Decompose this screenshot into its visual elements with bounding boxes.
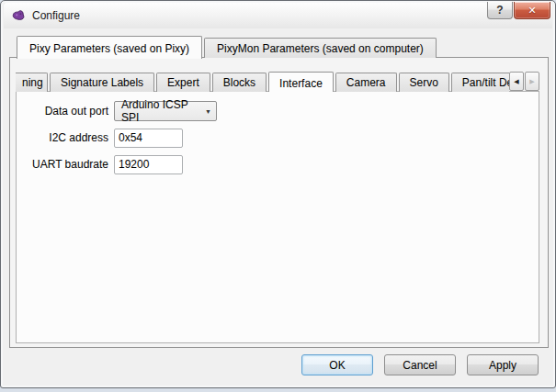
configure-dialog-window: Configure ? ✕ Pixy Parameters (saved on … bbox=[0, 0, 556, 388]
data-out-port-label: Data out port bbox=[17, 105, 108, 118]
tab-servo[interactable]: Servo bbox=[399, 73, 449, 92]
i2c-address-field[interactable] bbox=[114, 129, 183, 148]
tab-pixymon-parameters[interactable]: PixyMon Parameters (saved on computer) bbox=[204, 38, 437, 58]
uart-baudrate-row: UART baudrate bbox=[17, 154, 539, 174]
help-icon[interactable]: ? bbox=[487, 2, 513, 19]
outer-tabbar: Pixy Parameters (saved on Pixy) PixyMon … bbox=[17, 35, 437, 58]
caption-buttons: ? ✕ bbox=[487, 2, 550, 19]
uart-baudrate-label: UART baudrate bbox=[17, 158, 108, 171]
tab-blocks[interactable]: Blocks bbox=[212, 73, 267, 92]
dialog-button-row: OK Cancel Apply bbox=[290, 354, 539, 375]
i2c-address-row: I2C address bbox=[17, 128, 539, 148]
window-title: Configure bbox=[32, 9, 80, 22]
pixy-parameters-pane: ning Signature Labels Expert Blocks Inte… bbox=[9, 57, 549, 348]
scroll-right-icon[interactable]: ▶ bbox=[525, 72, 539, 91]
uart-baudrate-field[interactable] bbox=[114, 155, 183, 174]
data-out-port-row: Data out port Arduino ICSP SPI ▼ bbox=[17, 101, 539, 121]
pixy-logo-icon bbox=[11, 8, 27, 23]
tab-pantilt-demo[interactable]: Pan/tilt Demo bbox=[451, 73, 509, 92]
chevron-down-icon: ▼ bbox=[205, 108, 211, 115]
desktop: { "window": { "title": "Configure", "con… bbox=[0, 0, 556, 392]
tab-camera[interactable]: Camera bbox=[335, 73, 397, 92]
inner-tabbar: ning Signature Labels Expert Blocks Inte… bbox=[16, 71, 509, 92]
tab-tuning-clipped[interactable]: ning bbox=[16, 73, 48, 92]
ok-button[interactable]: OK bbox=[301, 354, 373, 375]
tab-interface[interactable]: Interface bbox=[268, 72, 334, 92]
tab-pixy-parameters[interactable]: Pixy Parameters (saved on Pixy) bbox=[17, 36, 202, 59]
titlebar: Configure bbox=[4, 3, 552, 28]
i2c-address-label: I2C address bbox=[17, 131, 108, 144]
cancel-button[interactable]: Cancel bbox=[384, 354, 456, 375]
data-out-port-value: Arduino ICSP SPI bbox=[121, 98, 201, 124]
close-icon[interactable]: ✕ bbox=[514, 2, 550, 19]
scroll-left-icon[interactable]: ◀ bbox=[509, 72, 524, 91]
data-out-port-combobox[interactable]: Arduino ICSP SPI ▼ bbox=[114, 101, 217, 121]
interface-tab-page: Data out port Arduino ICSP SPI ▼ I2C add… bbox=[16, 91, 539, 343]
tab-expert[interactable]: Expert bbox=[156, 73, 210, 92]
tab-scrollers: ◀ ▶ bbox=[509, 72, 539, 91]
tab-signature-labels[interactable]: Signature Labels bbox=[50, 73, 154, 92]
apply-button[interactable]: Apply bbox=[467, 354, 539, 375]
